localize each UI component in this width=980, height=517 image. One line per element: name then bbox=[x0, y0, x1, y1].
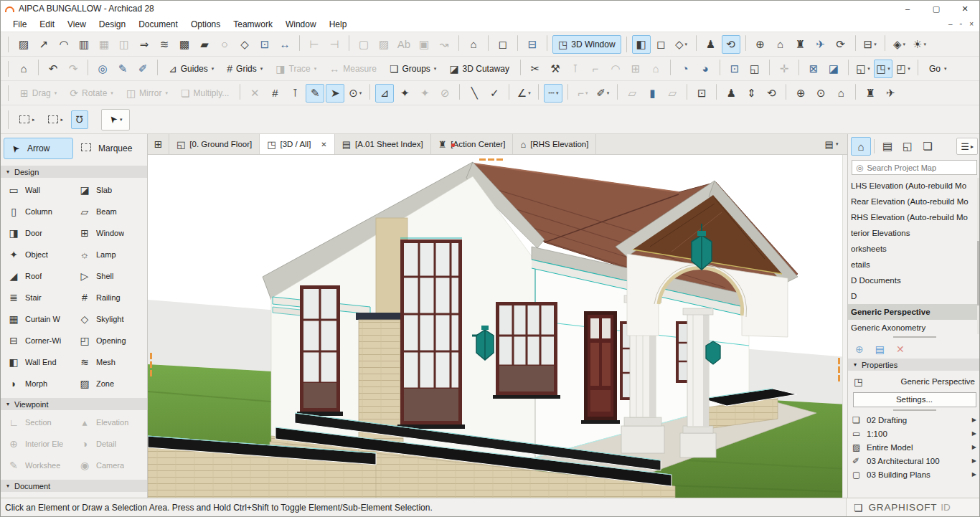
toolbar-icon[interactable]: ✦ bbox=[415, 84, 434, 103]
toolbar-icon[interactable]: ⊡ bbox=[692, 84, 711, 103]
toolbar-icon[interactable] bbox=[157, 60, 158, 75]
add-viewpoint-button[interactable]: ⊕ bbox=[855, 343, 864, 355]
toolbar-icon[interactable] bbox=[716, 84, 717, 100]
toolbar-icon[interactable] bbox=[798, 60, 799, 75]
search-input[interactable] bbox=[867, 163, 973, 172]
toolbar-icon[interactable] bbox=[488, 35, 489, 51]
menu-item[interactable]: Teamwork bbox=[227, 18, 279, 31]
toolbox-tool[interactable]: ◢Roof bbox=[5, 265, 76, 287]
toolbar-icon[interactable]: ◕ bbox=[696, 60, 715, 78]
toolbox-tool[interactable]: ✎Workshee bbox=[5, 455, 76, 476]
toolbar-icon[interactable]: ∠▾ bbox=[514, 84, 533, 103]
toolbar-icon[interactable] bbox=[885, 35, 885, 51]
3d-viewport[interactable] bbox=[148, 155, 847, 499]
mdi-restore-button[interactable]: ▫ bbox=[960, 20, 963, 28]
tree-item[interactable]: terior Elevations bbox=[848, 225, 980, 241]
toolbar-icon[interactable]: ◎ bbox=[93, 60, 112, 78]
toolbar-icon[interactable]: ◈▾ bbox=[890, 35, 909, 54]
toolbox-tool[interactable]: ◪Slab bbox=[76, 179, 147, 201]
toolbar-icon[interactable]: ⊡ bbox=[255, 35, 274, 54]
toolbar-icon[interactable] bbox=[547, 35, 547, 51]
mdi-close-button[interactable]: × bbox=[969, 20, 974, 28]
toolbar-icon[interactable]: ⊟ bbox=[523, 35, 542, 54]
toolbox-tool[interactable]: ▷Shell bbox=[76, 265, 147, 287]
toolbar-icon[interactable]: ⊕ bbox=[791, 84, 810, 103]
toolbar-icon[interactable]: ⊺ bbox=[566, 60, 585, 78]
viewpoint-settings-button[interactable]: ▤ bbox=[875, 343, 885, 355]
column-lantern[interactable] bbox=[706, 341, 720, 364]
toolbox-tool[interactable]: ☼Lamp bbox=[76, 244, 147, 265]
toolbar-icon[interactable]: ⌂ bbox=[14, 60, 33, 78]
toolbar-icon[interactable]: ⊠ bbox=[804, 60, 823, 78]
toolbox-tool[interactable]: ▯Column bbox=[5, 201, 76, 222]
menu-item[interactable]: Help bbox=[323, 18, 354, 31]
toolbar-icon[interactable]: ♟ bbox=[702, 35, 720, 54]
tab[interactable]: ▤ [A.01 Sheet Index] bbox=[335, 134, 431, 154]
toolbar-icon[interactable] bbox=[855, 35, 856, 51]
toolbar-icon[interactable]: ⊘ bbox=[435, 84, 454, 103]
toolbar-icon[interactable]: ✈ bbox=[881, 84, 900, 103]
delete-viewpoint-button[interactable]: ✕ bbox=[896, 343, 905, 355]
magnet-toggle-button[interactable]: ℧ bbox=[71, 110, 88, 129]
rotate-button[interactable]: ⟳ Rotate ▾ bbox=[64, 84, 119, 103]
toolbar-icon[interactable]: ↷ bbox=[64, 60, 83, 78]
go-button[interactable]: Go ▾ bbox=[923, 60, 953, 78]
view-property-row[interactable]: ❏ 02 Drafting ▶ bbox=[848, 413, 980, 427]
toolbar-icon[interactable]: ⌂ bbox=[771, 35, 790, 54]
toolbar-icon[interactable]: ⌂ bbox=[646, 60, 665, 78]
menu-item[interactable]: Edit bbox=[33, 18, 61, 31]
grids-button[interactable]: # Grids ▾ bbox=[221, 60, 268, 78]
toolbar-icon[interactable] bbox=[567, 84, 568, 100]
toolbar-icon[interactable] bbox=[848, 60, 849, 75]
panel-resize-handle[interactable] bbox=[893, 409, 936, 411]
toolbar-icon[interactable] bbox=[786, 84, 786, 100]
tab[interactable]: ⌂ [RHS Elevation] bbox=[513, 134, 596, 154]
toolbox-tool[interactable]: ∟Section bbox=[5, 412, 76, 433]
menu-item[interactable]: Document bbox=[132, 18, 184, 31]
toolbar-icon[interactable]: ▮ bbox=[643, 84, 661, 103]
toolbar-icon[interactable]: ◧ bbox=[632, 35, 651, 54]
trace-button[interactable]: ◨ Trace ▾ bbox=[270, 60, 322, 78]
toolbar-icon[interactable]: ✦ bbox=[395, 84, 414, 103]
toolbox-tool[interactable]: ◉Camera bbox=[76, 455, 147, 476]
toolbar-icon[interactable]: ♜ bbox=[861, 84, 880, 103]
toolbar-icon[interactable]: ◌ bbox=[215, 35, 234, 54]
toolbar-icon[interactable]: ◻ bbox=[494, 35, 512, 54]
toolbar-icon[interactable]: ◳▾ bbox=[874, 60, 892, 78]
toolbar-icon[interactable]: # bbox=[265, 84, 284, 103]
toolbar-icon[interactable] bbox=[745, 35, 746, 51]
close-button[interactable]: ✕ bbox=[951, 1, 979, 16]
pan-handle-right[interactable] bbox=[838, 358, 840, 381]
toolbar-icon[interactable]: ◫ bbox=[115, 35, 133, 54]
toolbar-icon[interactable]: ⊞ bbox=[626, 60, 645, 78]
toolbar-icon[interactable] bbox=[349, 35, 349, 51]
toolbox-tool[interactable]: ◰Opening bbox=[76, 330, 147, 351]
toolbar-icon[interactable]: ⚒ bbox=[546, 60, 565, 78]
toolbar-icon[interactable]: ▨ bbox=[374, 35, 393, 54]
toolbar-icon[interactable] bbox=[855, 84, 856, 100]
tab-list-button[interactable]: ▤ ▾ bbox=[816, 134, 847, 154]
tree-item[interactable]: LHS Elevation (Auto-rebuild Mo bbox=[848, 178, 980, 194]
toolbar-icon[interactable]: ♜ bbox=[791, 35, 810, 54]
view-property-row[interactable]: ▭ 1:100 ▶ bbox=[848, 427, 980, 440]
toolbar-icon[interactable]: ⟳ bbox=[831, 35, 850, 54]
toolbar-icon[interactable]: ┄▾ bbox=[544, 84, 562, 103]
toolbar-icon[interactable]: ➤ bbox=[326, 84, 344, 103]
toolbar-icon[interactable] bbox=[696, 35, 697, 51]
toolbar-icon[interactable]: ✎ bbox=[113, 60, 132, 78]
toolbar-icon[interactable]: ↗ bbox=[34, 35, 53, 54]
left-window[interactable] bbox=[297, 285, 343, 416]
toolbar-icon[interactable]: ⌂ bbox=[464, 35, 483, 54]
toolbar-icon[interactable]: ⊺ bbox=[286, 84, 304, 103]
toolbar-icon[interactable]: ✎ bbox=[306, 84, 324, 103]
tree-item[interactable]: Rear Elevation (Auto-rebuild Mo bbox=[848, 194, 980, 209]
toolbar-icon[interactable]: ▩ bbox=[175, 35, 194, 54]
toolbox-tool[interactable]: ≣Stair bbox=[5, 287, 76, 308]
toolbar-icon[interactable]: ◇▾ bbox=[672, 35, 691, 54]
toolbar-icon[interactable] bbox=[459, 84, 460, 100]
entry-door[interactable] bbox=[581, 311, 620, 424]
tree-item[interactable]: orksheets bbox=[848, 241, 980, 257]
menu-item[interactable]: Design bbox=[93, 18, 132, 31]
menu-item[interactable]: File bbox=[6, 18, 33, 31]
tab-close-icon[interactable]: ✕ bbox=[321, 141, 326, 148]
